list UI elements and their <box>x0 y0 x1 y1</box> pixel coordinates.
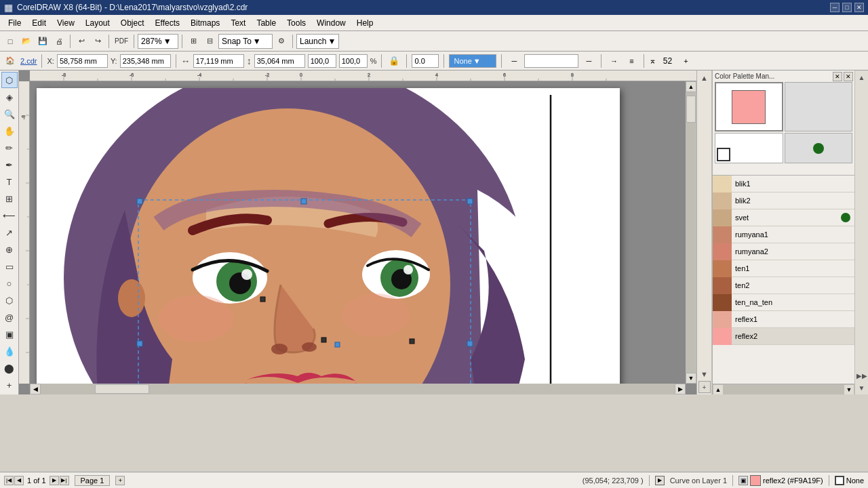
h-input[interactable] <box>254 54 305 68</box>
color-item-rumyana1[interactable]: rumyana1 <box>713 226 854 243</box>
angle-input[interactable] <box>412 54 439 68</box>
inc-button[interactable]: + <box>678 54 693 68</box>
menu-text[interactable]: Text <box>225 17 251 29</box>
dimension-tool[interactable]: ⟵ <box>1 207 18 224</box>
rect-tool[interactable]: ▭ <box>1 258 18 274</box>
grid-button[interactable]: ⊞ <box>186 34 201 49</box>
breadcrumb-home[interactable]: 🏠 <box>3 54 18 68</box>
color-item-ten1[interactable]: ten1 <box>713 260 854 277</box>
shape-tool[interactable]: ◈ <box>1 89 18 105</box>
color-item-reflex2[interactable]: reflex2 <box>713 328 854 345</box>
menu-bitmaps[interactable]: Bitmaps <box>185 17 225 29</box>
maximize-button[interactable]: □ <box>842 3 852 12</box>
canvas-area[interactable] <box>30 81 686 384</box>
color-item-rumyana2[interactable]: rumyana2 <box>713 243 854 260</box>
palette-scroll-up[interactable]: ▲ <box>713 384 724 394</box>
right-strip-expand[interactable]: ▶▶ <box>856 370 867 381</box>
launch-dropdown[interactable]: Launch ▼ <box>296 34 339 49</box>
eyedropper-tool[interactable]: 💧 <box>1 343 18 359</box>
line-style-1[interactable]: ─ <box>507 54 521 68</box>
scroll-up-button[interactable]: ▲ <box>686 81 696 92</box>
connector-tool[interactable]: ↗ <box>1 224 18 241</box>
scale-x-input[interactable] <box>308 54 336 68</box>
align-btn[interactable]: ≡ <box>624 54 639 68</box>
blend-tool[interactable]: ⊕ <box>1 241 18 258</box>
line-end-btn[interactable]: ─ <box>581 54 596 68</box>
zoom-tool[interactable]: 🔍 <box>1 106 18 122</box>
palette-scroll-track[interactable] <box>724 384 844 394</box>
color-item-ten2[interactable]: ten2 <box>713 277 854 294</box>
prev-page-btn[interactable]: ◀ <box>14 476 24 485</box>
scroll-down-button[interactable]: ▼ <box>686 373 696 384</box>
palette-nav-up[interactable]: ▲ <box>698 72 711 84</box>
new-button[interactable]: □ <box>3 34 18 49</box>
table-tool[interactable]: ⊞ <box>1 190 18 207</box>
palette-options-btn[interactable]: ✕ <box>844 72 853 81</box>
menu-file[interactable]: File <box>3 17 26 29</box>
menu-object[interactable]: Object <box>115 17 150 29</box>
freehand-tool[interactable]: ✏ <box>1 140 18 156</box>
pan-tool[interactable]: ✋ <box>1 123 18 139</box>
menu-effects[interactable]: Effects <box>150 17 185 29</box>
spiral-tool[interactable]: @ <box>1 309 18 325</box>
snap-to-dropdown[interactable]: Snap To ▼ <box>218 34 273 49</box>
scroll-track[interactable] <box>686 92 696 373</box>
menu-window[interactable]: Window <box>311 17 351 29</box>
color-dropdown[interactable]: None ▼ <box>449 54 496 68</box>
text-tool[interactable]: T <box>1 174 18 190</box>
select-tool[interactable]: ⬡ <box>1 72 18 88</box>
bezier-tool[interactable]: ✒ <box>1 157 18 173</box>
scroll-left-button[interactable]: ◀ <box>30 384 41 394</box>
first-page-btn[interactable]: |◀ <box>4 476 14 485</box>
start-arrow-btn[interactable]: → <box>606 54 621 68</box>
menu-layout[interactable]: Layout <box>80 17 115 29</box>
hscroll-track[interactable] <box>41 384 675 394</box>
scale-y-input[interactable] <box>339 54 368 68</box>
color-item-reflex1[interactable]: reflex1 <box>713 311 854 328</box>
page-tab[interactable]: Page 1 <box>75 475 111 486</box>
close-button[interactable]: ✕ <box>854 3 864 12</box>
add-page-btn[interactable]: + <box>115 476 125 485</box>
last-page-btn[interactable]: ▶| <box>60 476 69 485</box>
main-fill-swatch[interactable] <box>715 82 783 131</box>
minimize-button[interactable]: ─ <box>830 3 840 12</box>
palette-close-btn[interactable]: ✕ <box>833 72 842 81</box>
undo-button[interactable]: ↩ <box>74 34 89 49</box>
guidelines-button[interactable]: ⊟ <box>202 34 217 49</box>
color-list[interactable]: blik1 blik2 svet rumyana1 <box>713 176 854 384</box>
w-input[interactable] <box>193 54 244 68</box>
fill-tool[interactable]: ▣ <box>1 326 18 342</box>
color-item-svet[interactable]: svet <box>713 209 854 226</box>
add-color-button[interactable]: + <box>698 381 711 393</box>
print-button[interactable]: 🖨 <box>52 34 66 49</box>
y-input[interactable] <box>120 54 171 68</box>
palette-scroll-down[interactable]: ▼ <box>844 384 854 394</box>
lock-ratio-button[interactable]: 🔒 <box>387 54 401 68</box>
zoom-dropdown[interactable]: 287% ▼ <box>138 34 178 49</box>
ellipse-tool[interactable]: ○ <box>1 275 18 291</box>
right-strip-up[interactable]: ▲ <box>856 72 867 83</box>
stroke-swatch[interactable] <box>715 133 783 163</box>
line-style-selector[interactable] <box>524 54 578 68</box>
save-button[interactable]: 💾 <box>35 34 50 49</box>
fill-color-box[interactable] <box>732 90 766 124</box>
menu-table[interactable]: Table <box>251 17 281 29</box>
next-page-btn[interactable]: ▶ <box>50 476 59 485</box>
color-preview-4[interactable] <box>785 133 853 163</box>
color-item-blik2[interactable]: blik2 <box>713 192 854 209</box>
import-button[interactable]: PDF <box>113 34 130 49</box>
interactive-fill[interactable]: ⬤ <box>1 360 18 376</box>
status-expand-btn[interactable]: ▶ <box>655 476 665 485</box>
hscroll-thumb[interactable] <box>95 384 149 394</box>
right-strip-down[interactable]: ▼ <box>856 382 867 393</box>
polygon-tool[interactable]: ⬡ <box>1 292 18 308</box>
horizontal-scrollbar[interactable]: ◀ ▶ <box>30 384 686 394</box>
redo-button[interactable]: ↪ <box>90 34 105 49</box>
x-input[interactable] <box>57 54 108 68</box>
menu-tools[interactable]: Tools <box>281 17 311 29</box>
color-item-blik1[interactable]: blik1 <box>713 176 854 192</box>
menu-view[interactable]: View <box>52 17 80 29</box>
add-remove[interactable]: + <box>1 377 18 393</box>
scroll-thumb[interactable] <box>686 96 696 123</box>
secondary-swatch[interactable] <box>785 82 853 131</box>
